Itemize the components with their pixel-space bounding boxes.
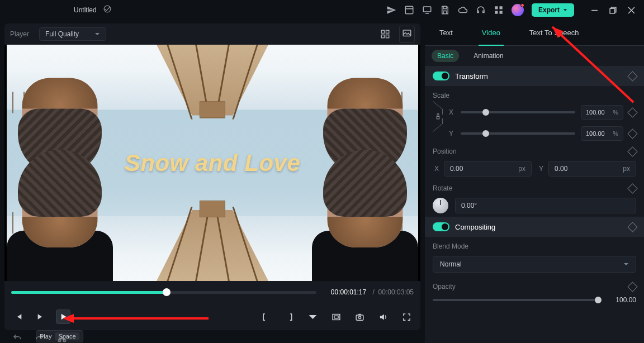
svg-rect-15: [356, 315, 363, 320]
scale-y-slider[interactable]: [461, 132, 575, 135]
quality-value: Full Quality: [45, 30, 79, 38]
svg-rect-8: [381, 30, 384, 33]
rotate-input[interactable]: 0.00°: [455, 198, 636, 213]
scale-x-slider[interactable]: [461, 111, 575, 113]
svg-point-16: [358, 316, 361, 318]
svg-rect-5: [495, 11, 498, 14]
export-button[interactable]: Export: [532, 3, 574, 17]
preview-title-text: Snow and Love: [125, 150, 301, 177]
monitor-icon[interactable]: [422, 5, 432, 15]
grid-view-icon[interactable]: [380, 29, 390, 39]
svg-rect-4: [499, 6, 502, 9]
svg-rect-10: [381, 35, 384, 38]
scale-x-keyframe-icon[interactable]: [627, 107, 637, 117]
safe-zone-icon[interactable]: [329, 309, 343, 324]
tab-video[interactable]: Video: [467, 20, 515, 45]
position-y-input[interactable]: 0.00 px: [548, 161, 636, 177]
blend-mode-label: Blend Mode: [433, 242, 636, 250]
opacity-keyframe-icon[interactable]: [627, 282, 637, 292]
opacity-slider[interactable]: [433, 299, 598, 301]
svg-rect-6: [499, 11, 502, 14]
preview-viewport[interactable]: Snow and Love: [4, 45, 420, 281]
section-compositing: Compositing: [425, 217, 644, 237]
account-avatar[interactable]: [512, 4, 524, 16]
play-button[interactable]: [56, 309, 70, 324]
position-keyframe-icon[interactable]: [627, 146, 637, 156]
marker-dropdown-icon[interactable]: [305, 309, 320, 324]
svg-rect-9: [386, 30, 389, 33]
quality-select[interactable]: Full Quality: [39, 27, 106, 41]
window-minimize-icon[interactable]: [591, 7, 598, 14]
scale-y-input[interactable]: 100.00 %: [581, 126, 623, 141]
rotate-label: Rotate: [433, 184, 452, 192]
snapshot-icon[interactable]: [352, 309, 367, 324]
compositing-keyframe-icon[interactable]: [627, 222, 637, 232]
svg-rect-2: [423, 7, 431, 12]
cut-icon[interactable]: [57, 333, 67, 343]
cloud-icon[interactable]: [458, 5, 468, 15]
subtab-basic[interactable]: Basic: [432, 50, 459, 62]
opacity-label: Opacity: [433, 283, 456, 290]
prev-frame-button[interactable]: [11, 309, 26, 324]
svg-rect-1: [405, 6, 413, 14]
compositing-title: Compositing: [455, 223, 623, 231]
svg-rect-13: [333, 314, 340, 320]
markers-bracket-open-icon[interactable]: [258, 309, 273, 324]
rotate-keyframe-icon[interactable]: [627, 183, 637, 193]
section-transform: Transform: [425, 66, 644, 86]
save-icon[interactable]: [440, 5, 450, 15]
titlebar-actions: Export: [386, 3, 638, 17]
volume-icon[interactable]: [376, 309, 390, 324]
bottom-toolbar: [0, 330, 644, 343]
scrub-track[interactable]: [11, 291, 316, 294]
time-total: 00:00:03:05: [378, 288, 414, 296]
scrub-bar: 00:00:01:17 / 00:00:03:05: [4, 281, 420, 303]
send-icon[interactable]: [386, 5, 396, 15]
tab-text[interactable]: Text: [425, 20, 467, 45]
saved-check-icon: [103, 5, 111, 15]
blend-mode-select[interactable]: Normal: [433, 256, 636, 273]
window-restore-icon[interactable]: [609, 7, 617, 14]
title-bar: Untitled Export: [0, 0, 644, 20]
next-frame-button[interactable]: [34, 309, 48, 324]
transform-keyframe-icon[interactable]: [627, 71, 637, 81]
player-controls: Play Space: [4, 303, 420, 330]
player-header: Player Full Quality: [4, 23, 420, 45]
window-close-icon[interactable]: [628, 7, 635, 14]
opacity-value: 100.00: [605, 296, 636, 304]
scrub-thumb[interactable]: [163, 288, 171, 296]
markers-bracket-close-icon[interactable]: [282, 309, 296, 324]
template-icon[interactable]: [404, 5, 414, 15]
scale-link-icon[interactable]: [433, 105, 443, 147]
position-x-input[interactable]: 0.00 px: [444, 161, 532, 177]
scale-x-input[interactable]: 100.00 %: [581, 105, 623, 120]
headphones-icon[interactable]: [476, 5, 486, 15]
axis-y-label: Y: [447, 130, 455, 137]
redo-icon[interactable]: [35, 333, 45, 343]
tab-text-to-speech[interactable]: Text To Speech: [515, 20, 594, 45]
scale-y-keyframe-icon[interactable]: [627, 128, 637, 139]
time-current: 00:00:01:17: [331, 288, 366, 296]
fullscreen-icon[interactable]: [399, 309, 414, 324]
player-label: Player: [10, 30, 29, 38]
undo-icon[interactable]: [12, 333, 22, 343]
svg-rect-3: [495, 6, 498, 9]
svg-rect-11: [386, 35, 389, 38]
transform-title: Transform: [455, 72, 623, 80]
inspector-subtabs: Basic Animation: [425, 46, 644, 66]
rotate-dial[interactable]: [433, 198, 448, 213]
picture-icon[interactable]: [402, 28, 412, 39]
svg-rect-14: [334, 316, 338, 318]
svg-rect-7: [610, 8, 615, 13]
scale-label: Scale: [433, 92, 636, 99]
transform-toggle[interactable]: [433, 72, 449, 80]
document-title: Untitled: [74, 6, 97, 14]
compositing-toggle[interactable]: [433, 222, 449, 231]
axis-x-label: X: [447, 108, 455, 116]
position-label: Position: [433, 147, 457, 155]
export-button-label: Export: [538, 6, 560, 14]
subtab-animation[interactable]: Animation: [468, 50, 509, 62]
inspector-tabs: Text Video Text To Speech: [425, 20, 644, 46]
blend-mode-value: Normal: [440, 260, 462, 268]
apps-icon[interactable]: [494, 5, 504, 15]
